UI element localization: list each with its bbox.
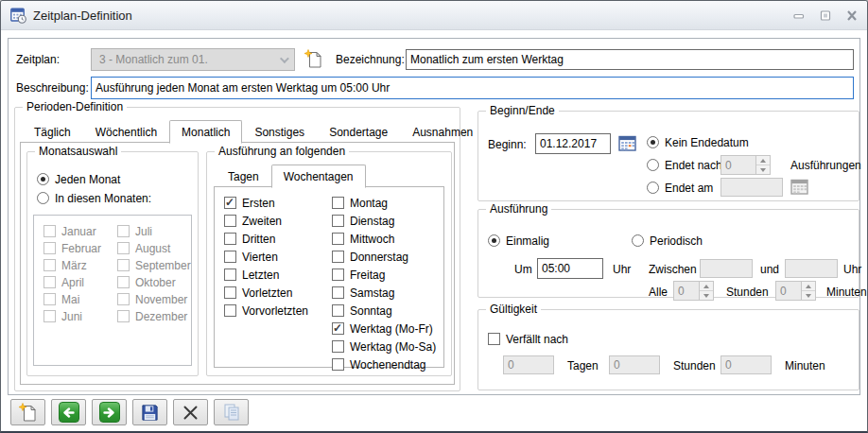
uhr-label-2: Uhr — [843, 263, 861, 276]
monatsauswahl-group: Monatsauswahl Jeden Monat In diesen Mona… — [26, 151, 199, 376]
gueltigkeit-group-label: Gültigkeit — [486, 303, 541, 316]
tagen-label: Tagen — [567, 359, 599, 372]
beginn-ende-group: Beginn/Ende Beginn: Kein Endedatum Endet… — [477, 111, 859, 201]
spinner-down-icon — [700, 290, 713, 300]
save-button[interactable] — [132, 399, 167, 425]
tab-monatlich-page: Monatsauswahl Jeden Monat In diesen Mona… — [20, 142, 455, 385]
radio-periodisch[interactable]: Periodisch — [632, 234, 703, 248]
arrow-left-icon — [59, 402, 79, 423]
spinner-down-icon — [802, 290, 815, 300]
gueltigkeit-group: Gültigkeit Verfällt nach Tagen Stunden M… — [477, 309, 859, 390]
zwischen-bis-input — [785, 259, 838, 278]
um-time-input[interactable] — [537, 258, 603, 279]
alle-minuten-spinner: 0 — [775, 281, 816, 301]
ausfuehrung-an-folgenden-group: Ausführung an folgenden Tagen Wochentage… — [206, 151, 452, 376]
new-button[interactable] — [10, 399, 45, 425]
months-column-1: Januar Februar März April Mai Juni — [43, 225, 117, 365]
zwischen-von-input — [700, 259, 753, 278]
checkbox-verfaellt-nach[interactable]: Verfällt nach — [488, 333, 568, 346]
radio-endet-am[interactable]: Endet am — [647, 182, 713, 195]
new-schedule-button[interactable] — [304, 49, 323, 69]
zeitplan-dropdown: 3 - Monatlich zum 01. — [91, 48, 295, 71]
uhr-label: Uhr — [613, 263, 631, 276]
radio-einmalig[interactable]: Einmalig — [488, 234, 549, 248]
minimize-button[interactable] — [793, 10, 805, 21]
und-label: und — [760, 263, 779, 276]
checkbox-juli: Juli — [117, 225, 191, 238]
ordinals-column: Ersten Zweiten Dritten Vierten Letzten V… — [224, 197, 332, 367]
spinner-up-icon — [756, 156, 770, 165]
minuten-label: Minuten — [826, 286, 867, 299]
delete-button[interactable] — [173, 399, 208, 425]
copy-pages-icon — [222, 403, 241, 422]
alle-minuten-value: 0 — [775, 281, 802, 301]
new-page-icon — [18, 403, 38, 423]
checkbox-letzten[interactable]: Letzten — [224, 268, 332, 282]
tab-wochentagen[interactable]: Wochentagen — [271, 165, 366, 188]
weekdays-column: Montag Dienstag Mittwoch Donnerstag Frei… — [332, 197, 443, 367]
tab-tagen[interactable]: Tagen — [216, 165, 271, 187]
ausfuehrung-group: Ausführung Einmalig Um Uhr Periodisch Zw… — [477, 209, 859, 298]
checkbox-werktag-mo-fr[interactable]: Werktag (Mo-Fr) — [332, 322, 443, 336]
tab-ausnahmen[interactable]: Ausnahmen — [400, 121, 485, 143]
window-title: Zeitplan-Definition — [33, 9, 132, 23]
client-panel: Zeitplan: 3 - Monatlich zum 01. Bezeichn… — [8, 38, 860, 395]
checkbox-donnerstag[interactable]: Donnerstag — [332, 251, 443, 264]
checkbox-vierten[interactable]: Vierten — [224, 251, 332, 264]
checkbox-februar: Februar — [43, 242, 117, 255]
checkbox-montag[interactable]: Montag — [332, 197, 443, 210]
checkbox-vorvorletzten[interactable]: Vorvorletzten — [224, 304, 332, 318]
radio-endet-nach[interactable]: Endet nach — [647, 159, 722, 172]
checkbox-zweiten[interactable]: Zweiten — [224, 215, 332, 228]
spinner-buttons — [700, 281, 714, 301]
title-bar[interactable]: Zeitplan-Definition — [1, 1, 867, 30]
checkbox-april: April — [43, 276, 117, 289]
verfall-minuten-input — [720, 355, 772, 374]
checkbox-januar: Januar — [43, 225, 117, 238]
checkbox-mittwoch[interactable]: Mittwoch — [332, 233, 443, 246]
checkbox-freitag[interactable]: Freitag — [332, 268, 443, 282]
tab-sonstiges[interactable]: Sonstiges — [242, 121, 317, 143]
endet-am-date-input — [720, 178, 783, 197]
stunden-label: Stunden — [726, 286, 769, 299]
checkbox-ersten[interactable]: Ersten — [224, 197, 332, 210]
endet-nach-spinner: 0 — [720, 155, 771, 175]
checkbox-wochenendtag[interactable]: Wochenendtag — [332, 358, 443, 372]
checkbox-november: November — [117, 293, 191, 306]
beginn-calendar-icon[interactable] — [618, 134, 637, 152]
delete-x-icon — [182, 405, 199, 421]
tab-sondertage[interactable]: Sondertage — [317, 121, 400, 143]
beschreibung-input[interactable] — [91, 77, 854, 99]
beginn-date-input[interactable] — [535, 133, 611, 154]
checkbox-dritten[interactable]: Dritten — [224, 233, 332, 246]
spinner-down-icon — [756, 165, 770, 174]
zeitplan-definition-window: Zeitplan-Definition Zeitplan: 3 - Monatl… — [0, 0, 868, 433]
copy-button[interactable] — [214, 399, 249, 425]
previous-button[interactable] — [51, 399, 86, 425]
radio-jeden-monat[interactable]: Jeden Monat — [37, 173, 120, 186]
tab-taeglich[interactable]: Täglich — [22, 121, 83, 143]
checkbox-mai: Mai — [43, 293, 117, 306]
bezeichnung-input[interactable] — [406, 49, 854, 70]
next-button[interactable] — [92, 399, 127, 425]
beginn-label: Beginn: — [488, 138, 527, 151]
checkbox-vorletzten[interactable]: Vorletzten — [224, 286, 332, 300]
checkbox-dezember: Dezember — [117, 310, 191, 323]
restore-button[interactable] — [820, 10, 831, 21]
tab-monatlich[interactable]: Monatlich — [169, 120, 242, 144]
spinner-up-icon — [802, 282, 815, 290]
close-button[interactable] — [846, 10, 858, 21]
checkbox-sonntag[interactable]: Sonntag — [332, 304, 443, 318]
radio-in-diesen-monaten[interactable]: In diesen Monaten: — [37, 192, 151, 205]
radio-kein-endedatum[interactable]: Kein Endedatum — [647, 136, 749, 149]
spinner-buttons — [756, 155, 771, 175]
ausfuehrung-an-folgenden-group-label: Ausführung an folgenden — [215, 145, 349, 158]
bezeichnung-label: Bezeichnung: — [336, 53, 405, 66]
checkbox-werktag-mo-sa[interactable]: Werktag (Mo-Sa) — [332, 340, 443, 354]
window-controls — [793, 10, 858, 21]
endet-nach-value: 0 — [720, 155, 756, 175]
tab-woechentlich[interactable]: Wöchentlich — [83, 121, 169, 143]
checkbox-dienstag[interactable]: Dienstag — [332, 215, 443, 228]
verfall-stunden-input — [609, 355, 660, 374]
checkbox-samstag[interactable]: Samstag — [332, 286, 443, 300]
